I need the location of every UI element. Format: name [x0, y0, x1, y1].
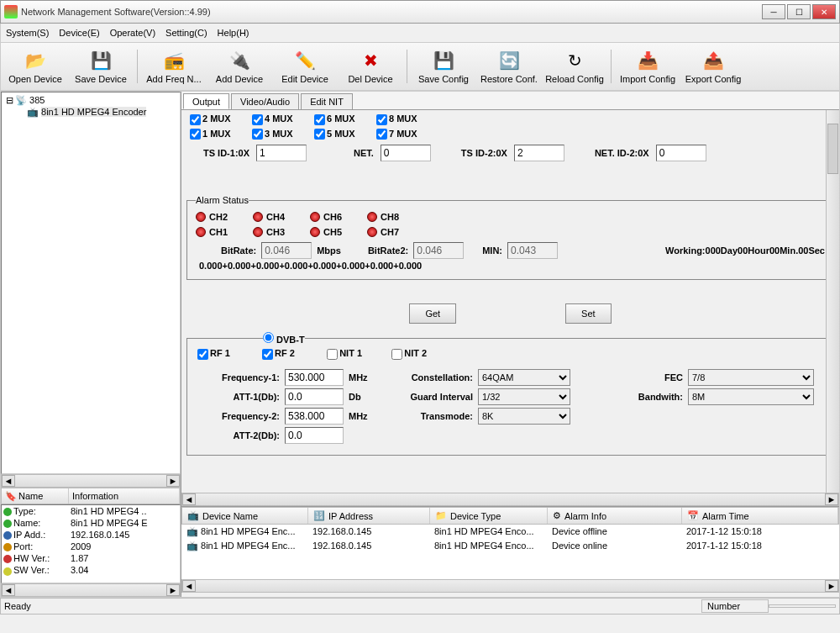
info-header-information[interactable]: Information: [69, 488, 180, 504]
alarm-dot-icon: [310, 227, 320, 237]
ts-id-row: TS ID-1:0X NET. TS ID-2:0X NET. ID-2:0X: [203, 145, 834, 161]
scroll-left-icon[interactable]: ◄: [182, 493, 196, 505]
minimize-button[interactable]: ─: [762, 4, 785, 19]
bitrate-sum: 0.000+0.000+0.000+0.000+0.000+0.000+0.00…: [199, 261, 825, 271]
guard-interval-select[interactable]: 1/32: [478, 388, 570, 405]
mux-checkbox-6mux[interactable]: 6 MUX: [314, 113, 376, 125]
freq2-input[interactable]: [285, 408, 344, 425]
reload-config-button[interactable]: ↻Reload Config: [545, 49, 604, 84]
att1-input[interactable]: [285, 388, 344, 405]
rf2-checkbox[interactable]: [262, 349, 273, 360]
menu-bar: System(S) Device(E) Operate(V) Setting(C…: [0, 24, 840, 42]
mux-checkbox-2mux[interactable]: 2 MUX: [190, 113, 252, 125]
grid-header: 📺Device Name 🔢IP Address 📁Device Type ⚙A…: [181, 507, 839, 525]
att2-input[interactable]: [285, 427, 344, 444]
info-row[interactable]: IP Add.:192.168.0.145: [2, 529, 180, 541]
menu-help[interactable]: Help(H): [218, 28, 249, 38]
alarm-status-group: Alarm Status CH2CH4CH6CH8 CH1CH3CH5CH7 B…: [186, 195, 834, 280]
open-device-button[interactable]: 📂Open Device: [6, 49, 65, 84]
tab-edit-nit[interactable]: Edit NIT: [301, 93, 353, 109]
alarm-dot-icon: [253, 227, 263, 237]
grid-header-alarm[interactable]: ⚙Alarm Info: [548, 508, 682, 524]
scroll-left-icon[interactable]: ◄: [2, 584, 15, 596]
menu-system[interactable]: System(S): [6, 28, 49, 38]
info-row[interactable]: HW Ver.:1.87: [2, 552, 180, 564]
info-row[interactable]: SW Ver.:3.04: [2, 564, 180, 576]
save-device-button[interactable]: 💾Save Device: [71, 49, 130, 84]
scroll-right-icon[interactable]: ►: [166, 584, 180, 596]
grid-row[interactable]: 📺 8in1 HD MPEG4 Enc...192.168.0.1458in1 …: [181, 539, 839, 553]
add-device-button[interactable]: 🔌Add Device: [210, 49, 269, 84]
tree-child[interactable]: 📺 8in1 HD MPEG4 Encoder: [27, 107, 178, 118]
close-button[interactable]: ✕: [812, 4, 836, 19]
info-hscroll[interactable]: ◄►: [1, 583, 181, 597]
grid-header-name[interactable]: 📺Device Name: [182, 508, 308, 524]
scroll-left-icon[interactable]: ◄: [182, 580, 196, 592]
set-button[interactable]: Set: [565, 303, 612, 324]
nit1-checkbox[interactable]: [327, 349, 338, 360]
working-label: Working:000Day00Hour00Min.00Sec: [665, 245, 825, 256]
menu-operate[interactable]: Operate(V): [110, 28, 155, 38]
mux-checkbox-3mux[interactable]: 3 MUX: [252, 129, 314, 140]
info-row[interactable]: Type:8in1 HD MPEG4 ..: [2, 505, 180, 517]
info-row[interactable]: Name:8in1 HD MPEG4 E: [2, 517, 180, 529]
grid-hscroll[interactable]: ◄►: [181, 579, 839, 593]
nit2-checkbox[interactable]: [391, 349, 402, 360]
del-device-icon: ✖: [359, 49, 382, 72]
dvbt-radio[interactable]: [263, 332, 274, 343]
add-freq-button[interactable]: 📻Add Freq N...: [144, 49, 203, 84]
grid-header-ip[interactable]: 🔢IP Address: [308, 508, 430, 524]
scroll-right-icon[interactable]: ►: [825, 580, 838, 592]
bandwidth-select[interactable]: 8M: [688, 388, 814, 405]
edit-device-button[interactable]: ✏️Edit Device: [276, 49, 334, 84]
ts-id2-input[interactable]: [514, 145, 564, 161]
net-id2-input[interactable]: [656, 145, 706, 161]
grid-header-type[interactable]: 📁Device Type: [430, 508, 548, 524]
constellation-label: Constellation:: [389, 372, 473, 382]
save-config-button[interactable]: 💾Save Config: [414, 49, 473, 84]
net-input[interactable]: [381, 145, 431, 161]
mux-checkbox-4mux[interactable]: 4 MUX: [252, 113, 314, 125]
content-vscroll[interactable]: [826, 110, 839, 493]
alarm-ch5: CH5: [310, 227, 342, 237]
freq1-input[interactable]: [285, 369, 344, 386]
tab-video-audio[interactable]: Video/Audio: [231, 93, 299, 109]
info-row[interactable]: Port:2009: [2, 541, 180, 552]
menu-setting[interactable]: Setting(C): [165, 28, 207, 38]
restore-config-button[interactable]: 🔄Restore Conf.: [480, 49, 538, 84]
device-tree[interactable]: ⊟📡 385 📺 8in1 HD MPEG4 Encoder: [1, 92, 181, 474]
tab-output[interactable]: Output: [183, 93, 229, 109]
time-icon: 📅: [687, 510, 699, 521]
save-config-icon: 💾: [432, 49, 455, 72]
mux-checkbox-8mux[interactable]: 8 MUX: [376, 113, 438, 125]
import-config-button[interactable]: 📥Import Config: [618, 49, 677, 84]
info-header-name[interactable]: 🔖 Name: [2, 488, 69, 504]
fec-select[interactable]: 7/8: [688, 369, 814, 386]
tree-hscroll[interactable]: ◄►: [1, 474, 181, 488]
ts-id1-input[interactable]: [256, 145, 307, 161]
min-label: MIN:: [482, 245, 502, 256]
get-button[interactable]: Get: [409, 303, 456, 324]
del-device-button[interactable]: ✖Del Device: [341, 49, 400, 84]
scroll-right-icon[interactable]: ►: [166, 475, 180, 487]
constellation-select[interactable]: 64QAM: [478, 369, 570, 386]
rf1-checkbox[interactable]: [197, 349, 208, 360]
mux-checkbox-5mux[interactable]: 5 MUX: [314, 129, 376, 140]
transmode-select[interactable]: 8K: [478, 408, 570, 425]
export-config-button[interactable]: 📤Export Config: [684, 49, 743, 84]
alarm-dot-icon: [196, 212, 206, 222]
menu-device[interactable]: Device(E): [59, 28, 99, 38]
scroll-left-icon[interactable]: ◄: [2, 475, 15, 487]
net-id2-label: NET. ID-2:0X: [595, 148, 649, 158]
tree-root[interactable]: ⊟📡 385: [3, 94, 178, 107]
mux-checkbox-1mux[interactable]: 1 MUX: [190, 129, 252, 140]
maximize-button[interactable]: ☐: [787, 4, 811, 19]
open-device-icon: 📂: [24, 49, 47, 72]
grid-row[interactable]: 📺 8in1 HD MPEG4 Enc...192.168.0.1458in1 …: [181, 525, 839, 539]
content-hscroll[interactable]: ◄►: [181, 493, 839, 506]
scroll-right-icon[interactable]: ►: [825, 493, 838, 505]
grid-header-time[interactable]: 📅Alarm Time: [682, 508, 838, 524]
mux-checkbox-7mux[interactable]: 7 MUX: [376, 129, 438, 140]
window-title: Network Management Software(Version::4.9…: [21, 7, 762, 17]
alarm-row-1: CH2CH4CH6CH8: [196, 212, 825, 222]
